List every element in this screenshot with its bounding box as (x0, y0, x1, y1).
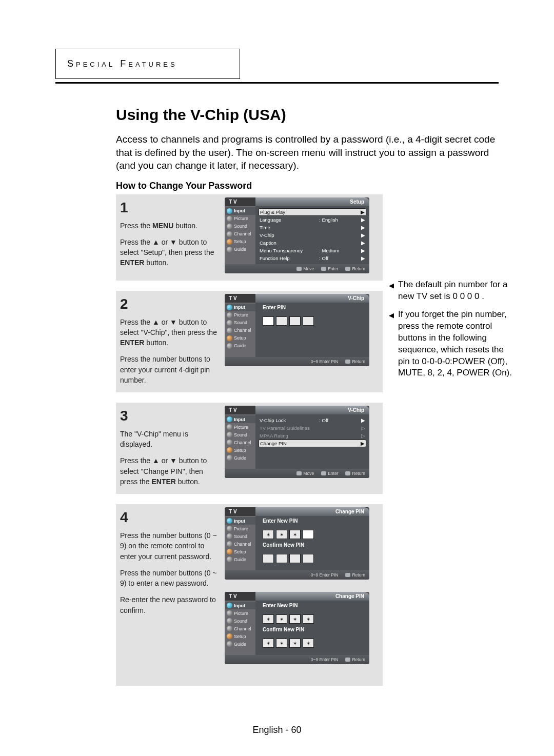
menu-value: : Medium (317, 248, 359, 253)
osd-panel: Enter PIN (255, 303, 369, 357)
label: Move (303, 266, 314, 271)
note-item: ◀ The default pin number for a new TV se… (389, 279, 512, 303)
sidebar-item-channel[interactable]: Channel (225, 327, 255, 334)
pin-digit-box[interactable] (276, 554, 287, 563)
pin-digit-box[interactable] (289, 554, 301, 563)
osd-screen-setup: T V Setup Input Picture Sound Channel Se… (225, 197, 369, 273)
sidebar-item-channel[interactable]: Channel (225, 625, 255, 632)
menu-row[interactable]: V-Chip Lock: Off▶ (259, 416, 366, 424)
pin-digit-box[interactable]: ✶ (289, 639, 301, 648)
menu-row[interactable]: Time▶ (259, 224, 366, 231)
label: Channel (234, 231, 251, 236)
menu-label: Plug & Play (260, 209, 317, 215)
sidebar-item-picture[interactable]: Picture (225, 423, 255, 431)
input-icon (227, 305, 232, 310)
pin-digit-box[interactable] (276, 316, 287, 326)
sidebar-item-picture[interactable]: Picture (225, 609, 255, 617)
pin-digit-box[interactable] (289, 316, 301, 326)
sidebar-item-setup[interactable]: Setup (225, 334, 255, 342)
menu-value: : Off (317, 417, 359, 423)
menu-row[interactable]: Menu Transparency: Medium▶ (259, 247, 366, 254)
pin-digit-box[interactable]: ✶ (289, 614, 301, 624)
menu-row[interactable]: Caption▶ (259, 239, 366, 247)
pin-digit-box[interactable]: ✶ (303, 639, 314, 648)
return-icon (345, 573, 350, 577)
sidebar-item-input[interactable]: Input (225, 304, 255, 311)
menu-row[interactable]: V-Chip▶ (259, 231, 366, 239)
guide-icon (227, 556, 232, 562)
channel-icon (227, 626, 232, 631)
pin-digit-box[interactable] (303, 530, 314, 539)
channel-icon (227, 328, 232, 333)
pin-digit-box[interactable] (303, 316, 314, 326)
menu-row[interactable]: Plug & Play▶ (259, 208, 366, 216)
text: Press the number buttons (0 ~ 9) on the … (120, 530, 219, 562)
text: Press the ▲ or ▼ button to select "Setup… (120, 238, 214, 256)
sidebar-item-setup[interactable]: Setup (225, 548, 255, 555)
sidebar-item-sound[interactable]: Sound (225, 617, 255, 625)
sidebar-item-sound[interactable]: Sound (225, 319, 255, 327)
sidebar-item-input[interactable]: Input (225, 415, 255, 423)
pin-digit-box[interactable]: ✶ (276, 530, 287, 539)
sidebar-item-guide[interactable]: Guide (225, 342, 255, 350)
pin-digit-box[interactable] (263, 316, 274, 326)
pin-digit-box[interactable]: ✶ (289, 530, 301, 539)
sidebar-item-input[interactable]: Input (225, 207, 255, 215)
menu-row[interactable]: Language: English▶ (259, 216, 366, 224)
pin-digit-box[interactable]: ✶ (303, 614, 314, 624)
sidebar-item-input[interactable]: Input (225, 602, 255, 609)
label: Picture (234, 425, 248, 430)
step-2: 2 Press the ▲ or ▼ button to select "V-C… (116, 291, 383, 392)
label: Return (352, 471, 365, 476)
pin-digit-box[interactable]: ✶ (276, 614, 287, 624)
sidebar-item-sound[interactable]: Sound (225, 532, 255, 540)
sidebar-item-sound[interactable]: Sound (225, 223, 255, 230)
sidebar-item-setup[interactable]: Setup (225, 446, 255, 454)
sidebar-item-channel[interactable]: Channel (225, 540, 255, 548)
sidebar-item-channel[interactable]: Channel (225, 230, 255, 238)
sidebar-item-sound[interactable]: Sound (225, 431, 255, 439)
sidebar-item-guide[interactable]: Guide (225, 555, 255, 563)
footer-hint-return: Return (345, 657, 365, 662)
menu-label: Menu Transparency (260, 248, 317, 253)
menu-label: Language (260, 217, 317, 223)
sidebar-item-guide[interactable]: Guide (225, 454, 255, 462)
pin-digit-box[interactable]: ✶ (276, 639, 287, 648)
setup-icon (227, 633, 232, 639)
guide-icon (227, 455, 232, 461)
sidebar-item-picture[interactable]: Picture (225, 525, 255, 532)
osd-screen-change-pin-1: T V Change PIN Input Picture Sound Chann… (225, 507, 369, 580)
menu-row[interactable]: Change PIN▶ (259, 440, 366, 447)
label: Picture (234, 216, 248, 221)
sidebar-item-setup[interactable]: Setup (225, 632, 255, 640)
label: Channel (234, 328, 251, 333)
sidebar-item-input[interactable]: Input (225, 517, 255, 525)
sidebar-item-guide[interactable]: Guide (225, 640, 255, 648)
osd-panel: Enter New PIN ✶ ✶ ✶ Confirm New PIN (255, 516, 369, 570)
step-1-text: 1 Press the MENU button. Press the ▲ or … (120, 197, 219, 268)
pin-digit-box[interactable]: ✶ (263, 614, 274, 624)
label: Input (234, 305, 245, 310)
sidebar-item-picture[interactable]: Picture (225, 311, 255, 319)
sidebar-item-channel[interactable]: Channel (225, 439, 255, 446)
setup-icon (227, 239, 232, 245)
picture-icon (227, 216, 232, 222)
subsection-title: How to Change Your Password (116, 181, 499, 191)
text: Press the (120, 222, 152, 230)
step-number: 4 (120, 507, 219, 528)
input-icon (227, 416, 232, 422)
pin-digit-box[interactable] (303, 554, 314, 563)
pin-digit-box[interactable] (263, 554, 274, 563)
pin-digit-box[interactable]: ✶ (263, 530, 274, 539)
sidebar-item-picture[interactable]: Picture (225, 215, 255, 223)
menu-label: V-Chip (260, 232, 317, 238)
sidebar-item-setup[interactable]: Setup (225, 238, 255, 246)
sound-icon (227, 224, 232, 229)
pin-digit-box[interactable]: ✶ (263, 639, 274, 648)
return-icon (345, 471, 350, 475)
chevron-right-icon: ▶ (359, 217, 365, 223)
sidebar-item-guide[interactable]: Guide (225, 246, 255, 253)
label: 0~9 Enter PIN (311, 657, 339, 662)
menu-row[interactable]: Function Help: Off▶ (259, 254, 366, 262)
setup-icon (227, 335, 232, 341)
